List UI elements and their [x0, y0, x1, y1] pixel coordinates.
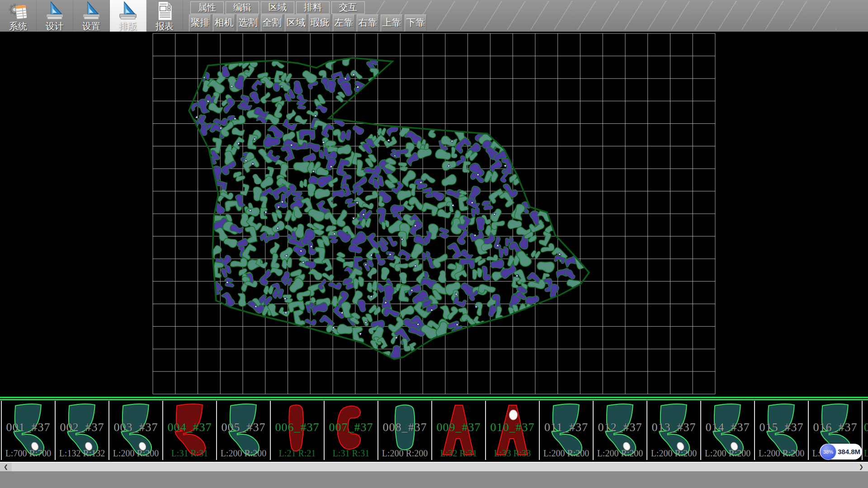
- piece-id-label: 015_#37: [755, 421, 808, 434]
- piece-id-label: 005_#37: [217, 421, 270, 434]
- strip-top-border2: [0, 399, 868, 400]
- piece-thumbnail[interactable]: 001_#37L:700 R:700: [1, 401, 56, 460]
- app-tab-report[interactable]: 报表: [146, 0, 183, 32]
- set-square-icon: [118, 0, 138, 21]
- tool-align-bottom[interactable]: 下靠: [405, 14, 427, 32]
- app-tab-layout[interactable]: 排版: [110, 0, 146, 32]
- report-icon: [154, 0, 175, 21]
- strip-top-border: [0, 397, 868, 398]
- piece-id-label: 004_#37: [163, 421, 216, 434]
- piece-lr-count: L:700 R:700: [2, 448, 55, 459]
- app-tab-bar: 系统设计设置排版报表: [0, 0, 183, 32]
- piece-lr-count: L:200 R:200: [217, 448, 270, 459]
- piece-thumbnail[interactable]: 003_#37L:200 R:200: [109, 401, 163, 460]
- toolbar-texture: [362, 1, 836, 30]
- piece-thumbnail[interactable]: 002_#37L:132 R:132: [56, 401, 109, 460]
- piece-id-label: 013_#37: [647, 421, 700, 434]
- piece-id-label: 003_#37: [109, 421, 162, 434]
- piece-lr-count: L:132 R:132: [56, 448, 108, 459]
- piece-lr-count: L:200 R:200: [378, 448, 431, 459]
- menu-properties[interactable]: 属性: [190, 1, 224, 14]
- piece-lr-count: L:200 R:200: [755, 448, 808, 459]
- tool-button-row: 聚排相机选割全割区域瑕疵左靠右靠上靠下靠: [189, 14, 429, 31]
- tool-cluster-nest[interactable]: 聚排: [189, 14, 211, 32]
- app-tab-label: 系统: [9, 21, 27, 31]
- piece-thumbnail[interactable]: 011_#37L:200 R:200: [540, 401, 594, 460]
- piece-id-label: 014_#37: [701, 421, 754, 434]
- horizontal-scrollbar[interactable]: ❮ ❯: [0, 462, 868, 471]
- app-tab-system[interactable]: 系统: [0, 0, 37, 32]
- tool-align-left[interactable]: 左靠: [333, 14, 355, 32]
- piece-lr-count: L:32 R:31: [432, 448, 485, 459]
- piece-id-label: 007_#37: [325, 421, 377, 434]
- piece-thumbnail[interactable]: 015_#37L:200 R:200: [755, 401, 809, 460]
- piece-id-label: 010_#37: [486, 421, 539, 434]
- tool-camera[interactable]: 相机: [213, 14, 235, 32]
- tool-select-cut[interactable]: 选割: [237, 14, 259, 32]
- piece-lr-count: L:200 R:200: [647, 448, 700, 459]
- piece-thumbnail[interactable]: 014_#37L:200 R:200: [701, 401, 755, 460]
- piece-thumbnail[interactable]: 010_#37L:33 R:33: [486, 401, 540, 460]
- piece-lr-count: L:200 R:200: [594, 448, 646, 459]
- piece-id-label: 008_#37: [378, 421, 431, 434]
- piece-thumbnail[interactable]: 005_#37L:200 R:200: [217, 401, 271, 460]
- menu-interact[interactable]: 交互: [331, 1, 365, 14]
- app-tab-label: 设计: [46, 21, 64, 31]
- piece-thumbnail[interactable]: 004_#37L:31 R:31: [163, 401, 217, 460]
- piece-id-label: 012_#37: [594, 421, 646, 434]
- usage-percent-circle: 38%: [820, 444, 836, 460]
- piece-lr-count: L:33 R:33: [486, 448, 539, 459]
- piece-id-label: 006_#37: [271, 421, 324, 434]
- scroll-left-button[interactable]: ❮: [0, 463, 12, 471]
- piece-lr-count: L:21 R:21: [271, 448, 324, 459]
- piece-id-label: 001_#37: [2, 421, 55, 434]
- piece-thumbnail-strip: 001_#37L:700 R:700002_#37L:132 R:132003_…: [0, 397, 868, 462]
- piece-id-label: 016_#37: [809, 421, 862, 434]
- piece-lr-count: L:200 R:200: [109, 448, 162, 459]
- piece-id-label: 017_#37: [863, 421, 868, 434]
- tool-defect[interactable]: 瑕疵: [309, 14, 331, 32]
- piece-lr-count: L:31 R:31: [325, 448, 377, 459]
- piece-thumbnail-list: 001_#37L:700 R:700002_#37L:132 R:132003_…: [1, 401, 868, 460]
- menu-region[interactable]: 区域: [261, 1, 294, 14]
- tool-align-top[interactable]: 上靠: [381, 14, 403, 32]
- nesting-canvas[interactable]: [0, 32, 868, 397]
- piece-lr-count: L:200 R:200: [701, 448, 754, 459]
- piece-thumbnail[interactable]: 007_#37L:31 R:31: [325, 401, 378, 460]
- application-window: 系统设计设置排版报表 属性编辑区域排料交互 聚排相机选割全割区域瑕疵左靠右靠上靠…: [0, 0, 868, 488]
- piece-lr-count: L:31 R:31: [163, 448, 216, 459]
- tool-align-right[interactable]: 右靠: [357, 14, 379, 32]
- menu-nesting[interactable]: 排料: [296, 1, 330, 14]
- system-icon: [8, 0, 28, 21]
- piece-id-label: 009_#37: [432, 421, 485, 434]
- tool-cut-all[interactable]: 全割: [261, 14, 283, 32]
- app-tab-settings[interactable]: 设置: [73, 0, 110, 32]
- piece-lr-count: L:200 R:200: [540, 448, 593, 459]
- toolbar: 系统设计设置排版报表 属性编辑区域排料交互 聚排相机选割全割区域瑕疵左靠右靠上靠…: [0, 0, 868, 32]
- app-tab-label: 设置: [82, 21, 100, 31]
- piece-thumbnail[interactable]: 009_#37L:32 R:31: [432, 401, 486, 460]
- tool-region[interactable]: 区域: [285, 14, 307, 32]
- menu-edit[interactable]: 编辑: [226, 1, 259, 14]
- piece-id-label: 011_#37: [540, 421, 593, 434]
- set-square-icon: [81, 0, 102, 21]
- piece-thumbnail[interactable]: 017_#37L:21 R:21: [863, 401, 868, 460]
- nesting-layout-drawing: [0, 32, 868, 397]
- menu-bar: 属性编辑区域排料交互: [190, 1, 367, 14]
- piece-thumbnail[interactable]: 006_#37L:21 R:21: [271, 401, 325, 460]
- status-bar: [0, 471, 868, 488]
- piece-id-label: 002_#37: [56, 421, 108, 434]
- memory-value: 384.8M: [838, 444, 859, 460]
- piece-thumbnail[interactable]: 013_#37L:200 R:200: [647, 401, 701, 460]
- scroll-right-button[interactable]: ❯: [855, 463, 867, 471]
- piece-lr-count: L:21 R:21: [863, 448, 868, 459]
- piece-thumbnail[interactable]: 008_#37L:200 R:200: [378, 401, 432, 460]
- memory-usage-badge: 38% 384.8M: [820, 444, 862, 460]
- piece-thumbnail[interactable]: 012_#37L:200 R:200: [594, 401, 647, 460]
- app-tab-label: 报表: [156, 21, 174, 31]
- app-tab-label: 排版: [119, 21, 137, 31]
- set-square-icon: [44, 0, 65, 21]
- app-tab-design[interactable]: 设计: [37, 0, 73, 32]
